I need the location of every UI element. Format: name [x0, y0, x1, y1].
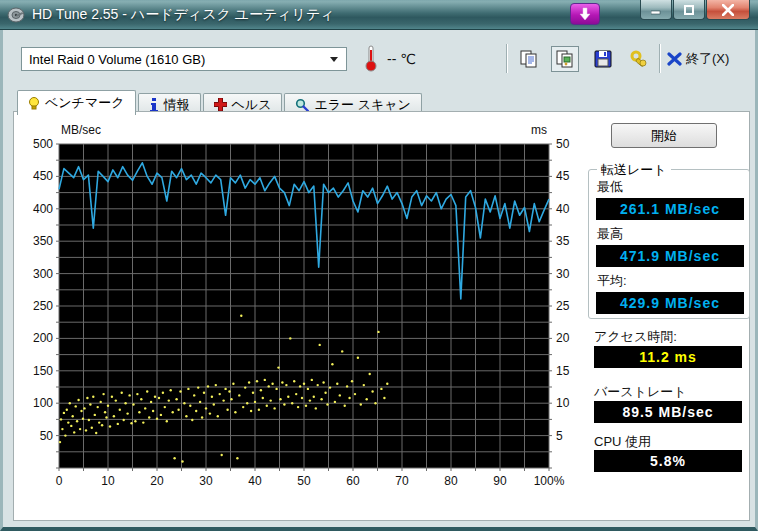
- svg-text:40: 40: [248, 474, 262, 488]
- exit-x-icon: [667, 52, 682, 66]
- svg-text:150: 150: [33, 364, 53, 378]
- svg-text:45: 45: [556, 169, 570, 183]
- copy-screenshot-button[interactable]: [551, 46, 579, 72]
- window-title: HD Tune 2.55 - ハードディスク ユーティリティ: [32, 6, 335, 24]
- svg-text:25: 25: [556, 299, 570, 313]
- min-transfer-value: 261.1 MB/sec: [596, 198, 744, 220]
- svg-text:20: 20: [556, 331, 570, 345]
- max-transfer-value: 471.9 MB/sec: [596, 245, 744, 267]
- svg-text:100%: 100%: [534, 474, 565, 488]
- avg-transfer-value: 429.9 MB/sec: [596, 292, 744, 314]
- caption-buttons: [639, 0, 750, 20]
- svg-text:30: 30: [199, 474, 213, 488]
- chevron-down-icon: [330, 57, 338, 62]
- benchmark-chart: MB/secms50100150200250300350400450500510…: [14, 112, 579, 512]
- toolbar-separator-2: [659, 44, 660, 73]
- svg-text:50: 50: [556, 137, 570, 151]
- svg-text:250: 250: [33, 299, 53, 313]
- svg-text:40: 40: [556, 202, 570, 216]
- svg-text:MB/sec: MB/sec: [61, 123, 101, 137]
- thermometer-icon: [363, 44, 379, 72]
- svg-text:300: 300: [33, 267, 53, 281]
- temperature-display: -- ℃: [387, 51, 416, 67]
- minimize-button[interactable]: [640, 0, 672, 20]
- svg-text:0: 0: [56, 474, 63, 488]
- svg-text:100: 100: [33, 396, 53, 410]
- access-time-label: アクセス時間:: [594, 328, 677, 346]
- burst-rate-label: バーストレート: [594, 383, 687, 401]
- transfer-rate-group: 転送レート 最低 261.1 MB/sec 最高 471.9 MB/sec 平均…: [588, 169, 750, 319]
- svg-text:5: 5: [556, 429, 563, 443]
- burst-rate-value: 89.5 MB/sec: [594, 401, 742, 423]
- access-time-value: 11.2 ms: [594, 346, 742, 368]
- svg-text:200: 200: [33, 331, 53, 345]
- cpu-usage-label: CPU 使用: [594, 433, 651, 451]
- tab-label: ベンチマーク: [45, 94, 125, 112]
- title-bar: HD Tune 2.55 - ハードディスク ユーティリティ: [0, 0, 758, 30]
- svg-text:ms: ms: [531, 123, 547, 137]
- benchmark-page: MB/secms50100150200250300350400450500510…: [13, 111, 750, 521]
- toolbar-separator: [506, 44, 507, 73]
- options-button[interactable]: [625, 46, 653, 72]
- svg-text:10: 10: [101, 474, 115, 488]
- app-icon: [7, 6, 25, 24]
- copy-text-button[interactable]: [515, 46, 543, 72]
- download-icon[interactable]: [570, 3, 600, 25]
- close-button[interactable]: [706, 0, 750, 20]
- error-scan-icon: [295, 98, 309, 112]
- tab-benchmark[interactable]: ベンチマーク: [17, 90, 136, 115]
- info-icon: [149, 98, 159, 112]
- svg-text:450: 450: [33, 169, 53, 183]
- health-icon: [214, 98, 227, 111]
- svg-text:35: 35: [556, 234, 570, 248]
- svg-text:15: 15: [556, 364, 570, 378]
- svg-text:10: 10: [556, 396, 570, 410]
- svg-text:400: 400: [33, 202, 53, 216]
- cpu-usage-value: 5.8%: [594, 450, 742, 472]
- start-button[interactable]: 開始: [611, 123, 717, 148]
- svg-text:80: 80: [444, 474, 458, 488]
- svg-text:60: 60: [346, 474, 360, 488]
- drive-select-value: Intel Raid 0 Volume (1610 GB): [29, 52, 205, 67]
- lightbulb-icon: [28, 96, 40, 111]
- svg-text:50: 50: [297, 474, 311, 488]
- svg-text:90: 90: [493, 474, 507, 488]
- hdtune-window: HD Tune 2.55 - ハードディスク ユーティリティ Intel Rai…: [0, 0, 758, 531]
- svg-text:70: 70: [395, 474, 409, 488]
- svg-text:20: 20: [150, 474, 164, 488]
- min-transfer-label: 最低: [597, 178, 623, 196]
- maximize-button[interactable]: [673, 0, 705, 20]
- svg-text:30: 30: [556, 267, 570, 281]
- svg-text:350: 350: [33, 234, 53, 248]
- transfer-rate-group-title: 転送レート: [597, 161, 671, 179]
- svg-text:50: 50: [40, 429, 54, 443]
- avg-transfer-label: 平均:: [597, 272, 627, 290]
- save-button[interactable]: [589, 46, 617, 72]
- max-transfer-label: 最高: [597, 225, 623, 243]
- drive-select[interactable]: Intel Raid 0 Volume (1610 GB): [21, 47, 347, 71]
- exit-button[interactable]: 終了(X): [667, 46, 729, 72]
- exit-label: 終了(X): [686, 50, 729, 68]
- svg-text:500: 500: [33, 137, 53, 151]
